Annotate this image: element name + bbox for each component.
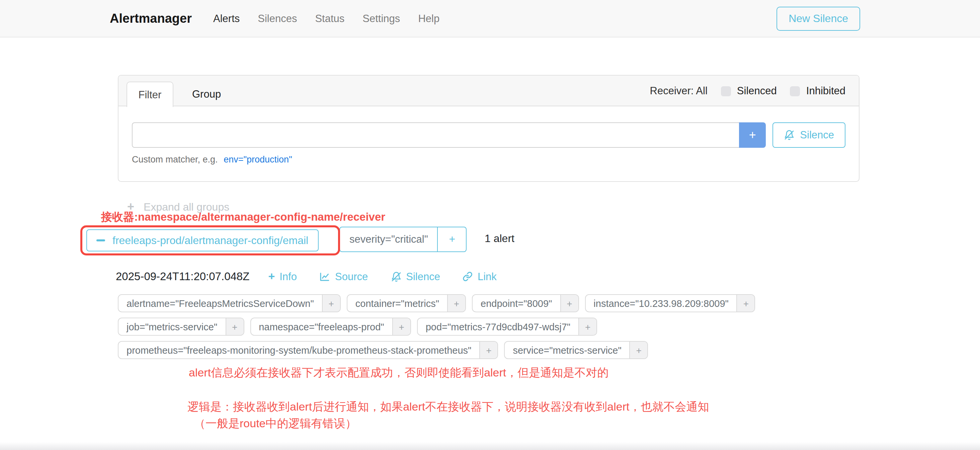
label-pill: prometheus="freeleaps-monitoring-system/… bbox=[118, 341, 498, 359]
hint-example-link[interactable]: env="production" bbox=[224, 154, 292, 165]
filter-panel-header: Filter Group Receiver: All Silenced Inhi… bbox=[118, 76, 859, 106]
nav-item-settings[interactable]: Settings bbox=[363, 13, 400, 24]
label-row: alertname="FreeleapsMetricsServiceDown" … bbox=[118, 294, 756, 312]
nav-item-silences[interactable]: Silences bbox=[258, 13, 297, 24]
inhibited-checkbox[interactable]: Inhibited bbox=[790, 85, 845, 97]
annotation-receiver-note: 接收器:namespace/altermanager-config-name/r… bbox=[101, 210, 385, 225]
app-brand[interactable]: Alertmanager bbox=[110, 11, 192, 26]
alertmanager-page: Alertmanager Alerts Silences Status Sett… bbox=[0, 0, 980, 450]
inhibited-checkbox-label: Inhibited bbox=[806, 85, 845, 97]
nav-links: Alerts Silences Status Settings Help bbox=[213, 13, 439, 24]
label-pill: endpoint="8009" + bbox=[472, 294, 579, 312]
silence-filter-button[interactable]: Silence bbox=[773, 122, 845, 148]
alert-meta-row: 2025-09-24T11:20:07.048Z + Info Source S… bbox=[116, 270, 519, 283]
receiver-dropdown[interactable]: Receiver: All bbox=[650, 85, 708, 97]
label-add-button[interactable]: + bbox=[479, 342, 497, 358]
alert-timestamp: 2025-09-24T11:20:07.048Z bbox=[116, 270, 249, 283]
label-add-button[interactable]: + bbox=[737, 295, 755, 312]
new-silence-button[interactable]: New Silence bbox=[776, 6, 860, 30]
label-pill: namespace="freeleaps-prod" + bbox=[250, 318, 410, 336]
label-pill: service="metrics-service" + bbox=[504, 341, 648, 359]
alert-info-link[interactable]: + Info bbox=[268, 271, 297, 282]
label-add-button[interactable]: + bbox=[630, 342, 648, 358]
matcher-hint: Custom matcher, e.g. env="production" bbox=[132, 154, 845, 165]
hint-text: Custom matcher, e.g. bbox=[132, 154, 218, 165]
filter-options: Receiver: All Silenced Inhibited bbox=[650, 76, 845, 106]
add-matcher-button[interactable]: + bbox=[739, 122, 766, 148]
annotation-route-note: （一般是route中的逻辑有错误） bbox=[194, 416, 357, 431]
chart-line-icon bbox=[320, 271, 330, 282]
annotation-logic-note: 逻辑是：接收器收到alert后进行通知，如果alert不在接收器下，说明接收器没… bbox=[188, 399, 709, 415]
navbar: Alertmanager Alerts Silences Status Sett… bbox=[0, 0, 980, 38]
alert-silence-link[interactable]: Silence bbox=[391, 271, 440, 282]
label-pill: alertname="FreeleapsMetricsServiceDown" … bbox=[118, 294, 341, 312]
matcher-input[interactable] bbox=[132, 122, 739, 148]
label-pill-text[interactable]: prometheus="freeleaps-monitoring-system/… bbox=[118, 342, 479, 358]
label-add-button[interactable]: + bbox=[225, 318, 243, 335]
alert-labels: alertname="FreeleapsMetricsServiceDown" … bbox=[118, 294, 756, 364]
checkbox-icon bbox=[790, 86, 800, 96]
label-pill-text[interactable]: instance="10.233.98.209:8009" bbox=[585, 295, 737, 312]
collapse-minus-icon bbox=[96, 239, 105, 241]
bottom-edge-strip bbox=[0, 442, 980, 450]
label-pill-text[interactable]: service="metrics-service" bbox=[505, 342, 629, 358]
matcher-input-row: + Silence bbox=[132, 122, 845, 148]
nav-item-help[interactable]: Help bbox=[418, 13, 439, 24]
silence-filter-label: Silence bbox=[800, 129, 834, 141]
group-matcher-label[interactable]: severity="critical" bbox=[340, 227, 438, 251]
label-pill-text[interactable]: container="metrics" bbox=[347, 295, 447, 312]
alert-source-link[interactable]: Source bbox=[320, 271, 368, 282]
info-link-label: Info bbox=[280, 271, 297, 282]
nav-item-alerts[interactable]: Alerts bbox=[213, 13, 240, 24]
label-add-button[interactable]: + bbox=[560, 295, 578, 312]
alert-count: 1 alert bbox=[485, 233, 514, 245]
label-add-button[interactable]: + bbox=[447, 295, 465, 312]
label-add-button[interactable]: + bbox=[578, 318, 597, 335]
plus-icon: + bbox=[268, 271, 275, 282]
alert-link-link[interactable]: Link bbox=[463, 271, 497, 282]
label-row: job="metrics-service" + namespace="freel… bbox=[118, 318, 756, 336]
receiver-group-label: freeleaps-prod/alertmanager-config/email bbox=[113, 235, 308, 246]
bell-slash-icon bbox=[784, 130, 795, 140]
bell-slash-icon bbox=[391, 271, 401, 282]
label-add-button[interactable]: + bbox=[322, 295, 340, 312]
silenced-checkbox-label: Silenced bbox=[737, 85, 777, 97]
label-pill-text[interactable]: namespace="freeleaps-prod" bbox=[251, 318, 392, 335]
silenced-checkbox[interactable]: Silenced bbox=[721, 85, 777, 97]
checkbox-icon bbox=[721, 86, 731, 96]
tab-group[interactable]: Group bbox=[183, 82, 230, 107]
label-row: prometheus="freeleaps-monitoring-system/… bbox=[118, 341, 756, 359]
label-pill-text[interactable]: alertname="FreeleapsMetricsServiceDown" bbox=[118, 295, 322, 312]
annotation-config-note: alert信息必须在接收器下才表示配置成功，否则即使能看到alert，但是通知是… bbox=[189, 365, 608, 380]
nav-item-status[interactable]: Status bbox=[315, 13, 344, 24]
link-icon bbox=[463, 271, 473, 282]
label-pill: instance="10.233.98.209:8009" + bbox=[585, 294, 756, 312]
receiver-group-button[interactable]: freeleaps-prod/alertmanager-config/email bbox=[86, 229, 318, 251]
label-pill: container="metrics" + bbox=[347, 294, 466, 312]
label-pill-text[interactable]: job="metrics-service" bbox=[118, 318, 225, 335]
tab-filter[interactable]: Filter bbox=[127, 82, 173, 107]
group-matcher-button: severity="critical" + bbox=[339, 227, 467, 252]
label-pill-text[interactable]: pod="metrics-77d9cdb497-wdsj7" bbox=[418, 318, 578, 335]
silence-link-label: Silence bbox=[406, 271, 440, 282]
label-pill: job="metrics-service" + bbox=[118, 318, 244, 336]
label-add-button[interactable]: + bbox=[392, 318, 410, 335]
link-link-label: Link bbox=[477, 271, 497, 282]
group-matcher-add-button[interactable]: + bbox=[438, 227, 466, 251]
source-link-label: Source bbox=[335, 271, 368, 282]
label-pill-text[interactable]: endpoint="8009" bbox=[473, 295, 560, 312]
filter-panel: Filter Group Receiver: All Silenced Inhi… bbox=[118, 75, 859, 182]
label-pill: pod="metrics-77d9cdb497-wdsj7" + bbox=[417, 318, 597, 336]
